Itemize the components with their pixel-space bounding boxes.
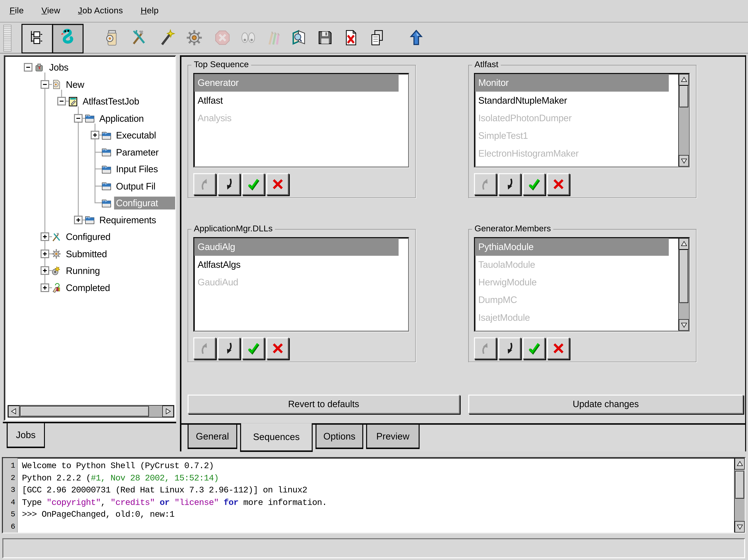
- list-item[interactable]: ElectronHistogramMaker: [475, 145, 678, 162]
- list-item[interactable]: Analysis: [194, 109, 408, 127]
- python-shell[interactable]: 123456 Welcome to Python Shell (PyCrust …: [2, 457, 746, 533]
- browse-book-button[interactable]: [290, 29, 308, 47]
- list-item[interactable]: HerwigModule: [475, 273, 678, 291]
- delete-document-button[interactable]: [342, 29, 360, 47]
- menu-help[interactable]: Help: [141, 6, 159, 16]
- list-item[interactable]: PythiaModule: [475, 238, 669, 255]
- tree-item-requirements[interactable]: Requirements: [84, 212, 175, 228]
- remove-cross-button[interactable]: [266, 173, 289, 195]
- tree-expander-minus[interactable]: [24, 63, 32, 72]
- tree-item-input-files[interactable]: Input Files: [101, 161, 175, 177]
- algorithm-list[interactable]: PythiaModuleTauolaModuleHerwigModuleDump…: [474, 237, 690, 332]
- list-item[interactable]: GaudiAlg: [194, 238, 399, 255]
- list-item[interactable]: StandardNtupleMaker: [475, 92, 678, 109]
- tree-item-configured[interactable]: Configured: [50, 228, 175, 245]
- list-item[interactable]: GaudiAud: [194, 273, 408, 291]
- scroll-thumb[interactable]: [679, 249, 688, 303]
- tree-item-configurat[interactable]: Configurat: [101, 195, 175, 212]
- algorithm-list[interactable]: GaudiAlgAtlfastAlgsGaudiAud: [193, 237, 409, 332]
- update-changes-button[interactable]: Update changes: [468, 395, 743, 414]
- demote-down-button[interactable]: [498, 173, 521, 195]
- scroll-thumb[interactable]: [20, 406, 149, 417]
- tab-general[interactable]: General: [188, 425, 237, 449]
- tree-item-label: Requirements: [97, 214, 158, 226]
- demote-down-button[interactable]: [218, 173, 240, 195]
- tree-expander-plus[interactable]: [41, 249, 49, 258]
- remove-cross-button[interactable]: [266, 337, 289, 360]
- scroll-down-button[interactable]: [734, 521, 745, 533]
- list-item[interactable]: IsajetModule: [475, 309, 678, 326]
- tree-item-jobs[interactable]: Jobs: [34, 59, 175, 76]
- toolbar-gripper[interactable]: [3, 25, 11, 52]
- tree-expander-plus[interactable]: [91, 131, 99, 139]
- tree-item-submitted[interactable]: Submitted: [50, 245, 175, 262]
- tree-item-parameter[interactable]: Parameter: [101, 144, 175, 161]
- apply-check-button[interactable]: [523, 337, 545, 360]
- tree-horizontal-scrollbar[interactable]: [7, 405, 174, 418]
- list-item[interactable]: Atlfast: [194, 92, 408, 109]
- save-floppy-button[interactable]: [316, 29, 334, 47]
- menu-job-actions[interactable]: Job Actions: [78, 6, 123, 16]
- algorithm-list[interactable]: MonitorStandardNtupleMakerIsolatedPhoton…: [474, 73, 690, 168]
- scroll-up-button[interactable]: [679, 238, 689, 249]
- new-job-jar-button[interactable]: [102, 29, 121, 47]
- tree-expander-plus[interactable]: [41, 266, 49, 275]
- remove-cross-button[interactable]: [547, 337, 569, 360]
- algorithm-list[interactable]: GeneratorAtlfastAnalysis: [193, 73, 409, 168]
- tab-sequences[interactable]: Sequences: [240, 423, 312, 452]
- tree-item-executabl[interactable]: Executabl: [101, 127, 175, 144]
- remove-cross-button[interactable]: [547, 173, 569, 195]
- scroll-thumb[interactable]: [735, 471, 744, 498]
- scroll-up-button[interactable]: [679, 74, 689, 85]
- menu-file[interactable]: File: [9, 6, 24, 16]
- tree-expander-plus[interactable]: [41, 233, 49, 241]
- scroll-down-button[interactable]: [679, 155, 689, 166]
- list-vertical-scrollbar[interactable]: [678, 238, 689, 331]
- tree-expander-minus[interactable]: [57, 97, 66, 105]
- list-item[interactable]: Generator: [194, 74, 399, 92]
- folder-icon: [101, 164, 112, 174]
- tree-item-atlfasttestjob[interactable]: AtlfastTestJob: [67, 93, 175, 110]
- apply-check-button[interactable]: [523, 173, 545, 195]
- tree-expander-minus[interactable]: [41, 80, 49, 89]
- menu-view[interactable]: View: [41, 6, 60, 16]
- list-item[interactable]: Monitor: [475, 74, 669, 92]
- list-item[interactable]: IsolatedPhotonDumper: [475, 109, 678, 127]
- tree-item-output-fil[interactable]: Output Fil: [101, 178, 175, 194]
- copy-document-button[interactable]: [368, 29, 386, 47]
- list-vertical-scrollbar[interactable]: [678, 74, 689, 166]
- tree-item-new[interactable]: New: [50, 76, 175, 93]
- submit-wand-button[interactable]: [158, 29, 176, 47]
- scroll-up-button[interactable]: [734, 458, 745, 469]
- apply-check-button[interactable]: [242, 337, 264, 360]
- tree-item-running[interactable]: Running: [50, 263, 175, 279]
- list-item[interactable]: SimpleTest1: [475, 127, 678, 144]
- status-bar: [2, 538, 745, 558]
- scroll-down-button[interactable]: [679, 319, 689, 331]
- jobs-tree[interactable]: JobsNewAtlfastTestJobApplicationExecutab…: [4, 55, 176, 421]
- demote-down-button[interactable]: [498, 337, 521, 360]
- demote-down-button[interactable]: [218, 337, 240, 360]
- list-item[interactable]: TauolaModule: [475, 256, 678, 273]
- tab-preview[interactable]: Preview: [366, 425, 420, 449]
- tree-item-application[interactable]: Application: [84, 110, 175, 127]
- settings-gear-button[interactable]: [185, 29, 203, 47]
- scroll-thumb[interactable]: [679, 85, 688, 107]
- list-item[interactable]: AtlfastAlgs: [194, 256, 408, 273]
- scroll-left-button[interactable]: [8, 406, 20, 417]
- shell-vertical-scrollbar[interactable]: [734, 458, 745, 533]
- revert-to-defaults-button[interactable]: Revert to defaults: [188, 395, 460, 414]
- tree-expander-minus[interactable]: [74, 114, 83, 122]
- tab-options[interactable]: Options: [315, 425, 363, 449]
- python-shell-button[interactable]: [52, 24, 84, 53]
- tab-jobs[interactable]: Jobs: [7, 423, 45, 448]
- tree-expander-plus[interactable]: [41, 283, 49, 292]
- tree-item-completed[interactable]: Completed: [50, 279, 175, 296]
- upload-arrow-button[interactable]: [407, 29, 425, 47]
- tree-view-button[interactable]: [21, 24, 53, 53]
- apply-check-button[interactable]: [242, 173, 264, 195]
- scroll-right-button[interactable]: [162, 406, 174, 417]
- configure-tools-button[interactable]: [130, 29, 148, 47]
- list-item[interactable]: DumpMC: [475, 291, 678, 309]
- tree-expander-plus[interactable]: [74, 216, 83, 224]
